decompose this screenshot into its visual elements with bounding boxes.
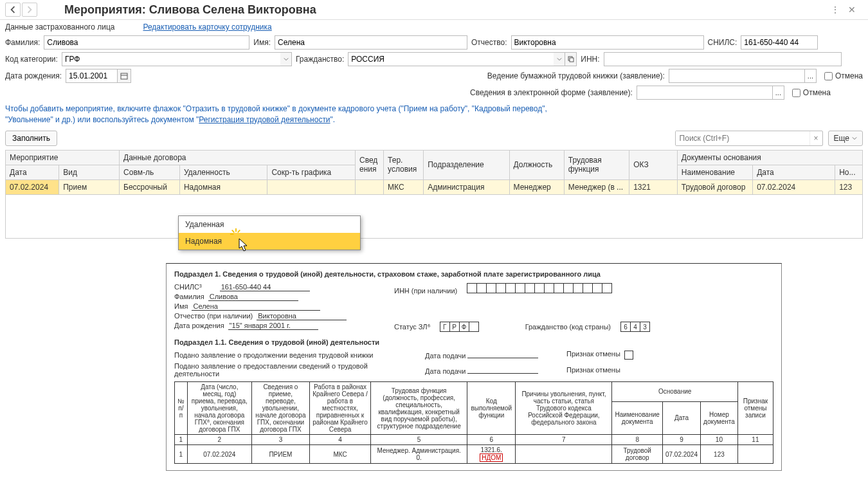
search-clear-icon[interactable]: ×: [809, 131, 822, 145]
pp-citizenship-cells: 643: [620, 322, 650, 332]
th-short: Сокр-ть графика: [267, 165, 356, 179]
pp-middlename-label: Отчество (при наличии): [174, 312, 253, 320]
fill-button[interactable]: Заполнить: [5, 131, 57, 146]
pp-cancel-checkbox: [624, 351, 633, 360]
kebab-menu-icon[interactable]: ⋮: [829, 4, 841, 15]
lastname-input[interactable]: [44, 35, 249, 50]
citizenship-open-icon[interactable]: [565, 52, 577, 66]
pp-cancel-flag-label: Признак отмены: [566, 350, 620, 358]
electronic-input[interactable]: ...: [637, 86, 784, 100]
pp-inn-label: ИНН (при наличии): [394, 287, 457, 295]
lastname-label: Фамилия:: [5, 38, 40, 47]
th-sved: Свед ения: [355, 150, 383, 179]
paper-cancel-label: Отмена: [835, 71, 863, 80]
info-text: Чтобы добавить мероприятие, включите фла…: [0, 101, 868, 128]
th-position: Должность: [509, 150, 564, 179]
pp-decl-paper: Подано заявление о продолжении ведения т…: [174, 351, 412, 359]
middlename-input[interactable]: [511, 35, 704, 50]
pp-status-label: Статус ЗЛ⁶: [394, 323, 430, 331]
citizenship-dropdown-icon[interactable]: [554, 52, 565, 66]
th-okz: ОКЗ: [629, 150, 678, 179]
th-event: Мероприятие: [6, 150, 120, 165]
th-date: Дата: [6, 165, 59, 179]
forward-button[interactable]: [22, 3, 37, 17]
dots-icon[interactable]: ...: [804, 69, 816, 82]
pp-snils-label: СНИЛС³: [174, 283, 202, 291]
pp-middlename: Викторовна: [257, 312, 347, 320]
edit-employee-link[interactable]: Редактировать карточку сотрудника: [143, 23, 271, 32]
print-heading-1: Подраздел 1. Сведения о трудовой (иной) …: [174, 270, 773, 278]
cell-docnum[interactable]: 123: [835, 179, 863, 194]
pp-snils: 161-650-440 44: [220, 283, 310, 291]
birthdate-input[interactable]: [66, 69, 117, 83]
table-row[interactable]: 07.02.2024 Прием Бессрочный Надомная МКС…: [6, 179, 863, 194]
cell-ter[interactable]: МКС: [384, 179, 424, 194]
th-docs: Документы основания: [677, 150, 862, 165]
insured-section-label: Данные застрахованного лица: [5, 23, 114, 32]
cell-sved[interactable]: [355, 179, 383, 194]
svg-rect-1: [570, 58, 574, 62]
electronic-cancel-checkbox[interactable]: [792, 89, 800, 97]
birthdate-label: Дата рождения:: [5, 71, 62, 80]
cell-type[interactable]: Прием: [59, 179, 120, 194]
category-label: Код категории:: [5, 55, 58, 64]
cell-combined[interactable]: Бессрочный: [120, 179, 180, 194]
dropdown-item-home[interactable]: Надомная: [179, 233, 360, 250]
snils-label: СНИЛС:: [708, 38, 737, 47]
remote-dropdown-popup[interactable]: Удаленная Надомная: [178, 215, 361, 250]
pp-decl-elec: Подано заявление о предоставлении сведен…: [174, 362, 412, 378]
pp-lastname-label: Фамилия: [174, 293, 204, 300]
inn-input[interactable]: [604, 52, 842, 66]
firstname-input[interactable]: [275, 35, 467, 50]
middlename-label: Отчество:: [471, 38, 507, 47]
pp-lastname: Сливова: [208, 293, 298, 301]
pp-status-cells: ГРФ: [440, 322, 479, 332]
th-combined: Совм-ль: [120, 165, 180, 179]
citizenship-input[interactable]: [348, 52, 554, 66]
pp-cancel-flag-label2: Признак отмены: [566, 366, 620, 374]
cell-date[interactable]: 07.02.2024: [6, 179, 59, 194]
pp-firstname-label: Имя: [174, 302, 188, 310]
pp-inn-cells: [467, 283, 612, 293]
pp-citizenship-label: Гражданство (код страны): [525, 323, 611, 331]
cell-docdate[interactable]: 07.02.2024: [753, 179, 835, 194]
th-docname: Наименование: [677, 165, 752, 179]
inn-label: ИНН:: [581, 55, 599, 64]
cell-docname[interactable]: Трудовой договор: [677, 179, 752, 194]
th-dept: Подразделение: [424, 150, 509, 179]
pp-date-submit-label: Дата подачи: [425, 352, 466, 360]
print-heading-11: Подраздел 1.1. Сведения о трудовой (иной…: [174, 338, 773, 346]
more-button[interactable]: Еще: [828, 131, 863, 146]
th-docdate: Дата: [753, 165, 835, 179]
dropdown-item-remote[interactable]: Удаленная: [179, 216, 360, 233]
firstname-label: Имя:: [253, 38, 271, 47]
electronic-label: Сведения в электронной форме (заявление)…: [470, 88, 633, 97]
paper-cancel-checkbox[interactable]: [824, 72, 833, 80]
paper-book-input[interactable]: ...: [669, 69, 817, 83]
category-dropdown-icon[interactable]: [280, 52, 292, 66]
dots-icon[interactable]: ...: [772, 86, 784, 99]
back-button[interactable]: [5, 3, 21, 17]
cell-position[interactable]: Менеджер: [509, 179, 564, 194]
page-title: Мероприятия: Сливова Селена Викторовна: [64, 3, 829, 17]
th-ter: Тер. условия: [384, 150, 424, 179]
cell-remote[interactable]: Надомная: [179, 179, 267, 194]
registration-link[interactable]: Регистрация трудовой деятельности: [199, 115, 330, 124]
th-contract: Данные договора: [120, 150, 356, 165]
cell-dept[interactable]: Администрация: [424, 179, 509, 194]
electronic-cancel-label: Отмена: [803, 88, 831, 97]
close-icon[interactable]: ✕: [846, 4, 858, 15]
search-input[interactable]: [676, 131, 809, 145]
cell-short[interactable]: [267, 179, 356, 194]
th-remote: Удаленность: [179, 165, 267, 179]
th-type: Вид: [59, 165, 120, 179]
pp-birthdate-label: Дата рождения: [174, 322, 224, 329]
snils-input[interactable]: [741, 35, 818, 50]
calendar-icon[interactable]: [117, 69, 131, 83]
th-docnum: Но...: [835, 165, 863, 179]
events-table[interactable]: Мероприятие Данные договора Свед ения Те…: [5, 150, 863, 239]
cell-function[interactable]: Менеджер (в ...: [564, 179, 629, 194]
category-input[interactable]: [62, 52, 280, 66]
svg-rect-2: [121, 73, 127, 79]
cell-okz[interactable]: 1321: [629, 179, 678, 194]
